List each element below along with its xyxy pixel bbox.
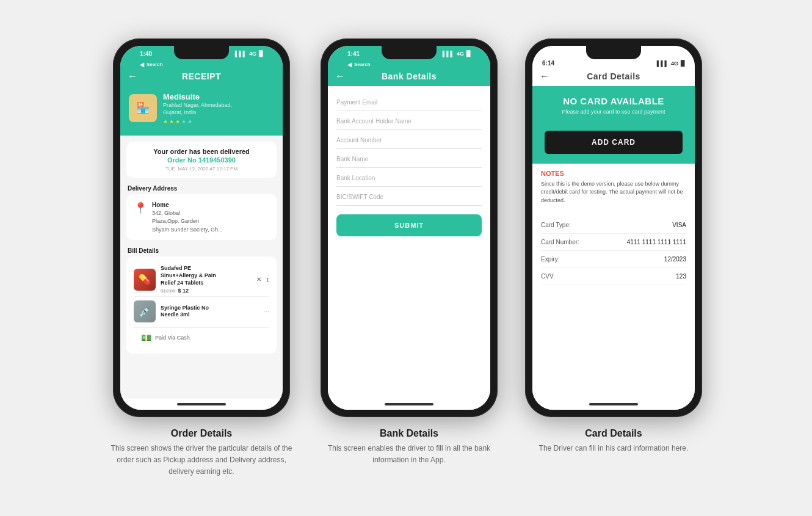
card-number-row: Card Number: 4111 1111 1111 1111 (541, 234, 686, 251)
phone-screen-2: 1:41 ▌▌▌ 4G ▉ ◀ Search ← Ba (328, 46, 490, 410)
phone-notch-3 (586, 46, 641, 59)
screen3-wrapper: 6:14 ▌▌▌ 4G ▉ ← Card Details NO CARD AVA… (525, 38, 702, 454)
item-details-1: Sudafed PESinus+Allergy & PainRelief 24 … (161, 265, 252, 294)
item-img-2: 💉 (134, 300, 156, 322)
address-line3: Shyam Sunder Society, Gh... (152, 227, 222, 233)
battery-icon-2: ▉ (466, 51, 471, 57)
search-label-2: Search (354, 62, 371, 67)
bill-item-1: 💊 Sudafed PESinus+Allergy & PainRelief 2… (134, 263, 269, 296)
field-swift: BIC/SWIFT Code (336, 187, 482, 206)
field-bank-location: Bank Location (336, 168, 482, 187)
status-icons-1: ▌▌▌ 4G ▉ (235, 51, 263, 57)
star-3: ★ (175, 118, 180, 125)
item-img-1: 💊 (134, 269, 156, 291)
card-type-label: Card Type: (541, 222, 571, 228)
restaurant-section: 🏪 Medisuite Prahlad Nagar, Ahmedabad,Guj… (120, 86, 283, 136)
notes-title: NOTES (541, 170, 686, 177)
label-payment-email: Payment Email (336, 98, 482, 107)
add-card-area: ADD CARD (532, 125, 695, 164)
time-1: 1:40 (140, 51, 152, 57)
desc-text-1: This screen shows the driver the particu… (110, 443, 293, 478)
time-2: 1:41 (347, 51, 360, 57)
order-number: Order No 1419450390 (132, 156, 270, 164)
field-account-number: Account Number (336, 130, 482, 149)
status-icons-2: ▌▌▌ 4G ▉ (443, 51, 471, 57)
desc-title-3: Card Details (539, 428, 689, 439)
label-bank-name: Bank Name (336, 155, 482, 164)
back-search-icon: ◀ (140, 62, 144, 68)
cvv-row: CVV: 123 (541, 268, 686, 285)
restaurant-info: Medisuite Prahlad Nagar, Ahmedabad,Gujar… (163, 92, 274, 125)
card-number-value: 4111 1111 1111 1111 (627, 239, 686, 245)
address-card: 📍 Home 342, Global Plaza,Opp. Garden Shy… (126, 194, 277, 241)
field-holder-name: Bank Account Holder Name (336, 111, 482, 130)
desc-text-3: The Driver can fill in his card informat… (539, 443, 689, 454)
desc-2: Bank Details This screen enables the dri… (317, 428, 501, 466)
bill-details-title: Bill Details (120, 244, 283, 256)
desc-1: Order Details This screen shows the driv… (110, 428, 293, 478)
bank-form-body: Payment Email Bank Account Holder Name A… (328, 86, 490, 399)
bill-card: 💊 Sudafed PESinus+Allergy & PainRelief 2… (126, 256, 277, 354)
expiry-row: Expiry: 12/2023 (541, 251, 686, 268)
phone-frame-3: 6:14 ▌▌▌ 4G ▉ ← Card Details NO CARD AVA… (525, 38, 702, 417)
item-emoji-1: 💊 (139, 274, 151, 285)
item-qty-1: 1 (266, 277, 269, 283)
item-price-row-1: $12.00 $ 12 (161, 288, 252, 294)
add-card-button[interactable]: ADD CARD (545, 131, 683, 154)
address-line2: Plaza,Opp. Garden (152, 218, 199, 224)
no-card-sub: Please add your card to use card payment (545, 109, 683, 115)
notes-text: Since this is the demo version, please u… (541, 180, 686, 205)
home-bar-2 (385, 403, 433, 405)
back-search-icon-2: ◀ (347, 62, 352, 68)
phone-screen-1: 1:40 ▌▌▌ 4G ▉ ◀ Search ← RE (120, 46, 283, 410)
label-holder-name: Bank Account Holder Name (336, 117, 482, 126)
address-details: Home 342, Global Plaza,Opp. Garden Shyam… (152, 200, 222, 234)
cvv-label: CVV: (541, 273, 555, 280)
phone-frame-1: 1:40 ▌▌▌ 4G ▉ ◀ Search ← RE (113, 38, 290, 417)
status-icons-3: ▌▌▌ 4G ▉ (657, 60, 685, 67)
card-type-row: Card Type: VISA (541, 217, 686, 234)
bank-header: ← Bank Details (328, 69, 490, 86)
submit-button[interactable]: SUBMIT (336, 214, 482, 236)
phone-screen-3: 6:14 ▌▌▌ 4G ▉ ← Card Details NO CARD AVA… (532, 46, 695, 410)
order-status-card: Your order has been delivered Order No 1… (126, 142, 277, 178)
home-bar-1 (177, 403, 226, 405)
desc-title-1: Order Details (110, 428, 293, 439)
card-header: ← Card Details (532, 69, 695, 86)
cash-icon: 💵 (141, 333, 151, 343)
home-bar-3 (589, 403, 638, 405)
search-label-1: Search (147, 62, 163, 67)
back-button-3[interactable]: ← (540, 71, 549, 82)
screen2-wrapper: 1:41 ▌▌▌ 4G ▉ ◀ Search ← Ba (317, 38, 501, 466)
card-body: NOTES Since this is the demo version, pl… (532, 164, 695, 399)
restaurant-name: Medisuite (163, 92, 274, 101)
signal-icon-3: ▌▌▌ (657, 60, 669, 67)
label-bank-location: Bank Location (336, 174, 482, 183)
restaurant-address: Prahlad Nagar, Ahmedabad,Gujarat, India (163, 101, 274, 117)
bank-title: Bank Details (382, 71, 437, 81)
star-5: ★ (187, 118, 192, 125)
expiry-label: Expiry: (541, 256, 560, 263)
label-account-number: Account Number (336, 136, 482, 145)
phone-notch-1 (174, 46, 229, 59)
back-button-1[interactable]: ← (128, 71, 137, 82)
signal-icon-2: ▌▌▌ (443, 51, 454, 57)
star-rating: ★ ★ ★ ★ ★ (163, 118, 274, 125)
battery-icon-3: ▉ (681, 60, 685, 67)
item-dots: ··· (264, 308, 269, 315)
field-payment-email: Payment Email (336, 92, 482, 111)
desc-text-2: This screen enables the driver to fill i… (317, 443, 501, 466)
item-details-2: Syringe Plastic NoNeedle 3ml (161, 305, 259, 319)
back-button-2[interactable]: ← (335, 71, 345, 82)
paid-footer: 💵 Paid Via Cash (134, 327, 269, 347)
field-bank-name: Bank Name (336, 149, 482, 168)
home-indicator-3 (532, 399, 695, 410)
item-name-1: Sudafed PESinus+Allergy & PainRelief 24 … (161, 265, 252, 286)
notes-section: NOTES Since this is the demo version, pl… (532, 164, 695, 211)
network-3: 4G (671, 60, 678, 67)
phone-notch-2 (382, 46, 437, 59)
phone-frame-2: 1:41 ▌▌▌ 4G ▉ ◀ Search ← Ba (321, 38, 498, 417)
order-status-text: Your order has been delivered (132, 148, 270, 155)
no-card-section: NO CARD AVAILABLE Please add your card t… (532, 86, 695, 125)
item-x-icon: ✕ (256, 276, 261, 283)
